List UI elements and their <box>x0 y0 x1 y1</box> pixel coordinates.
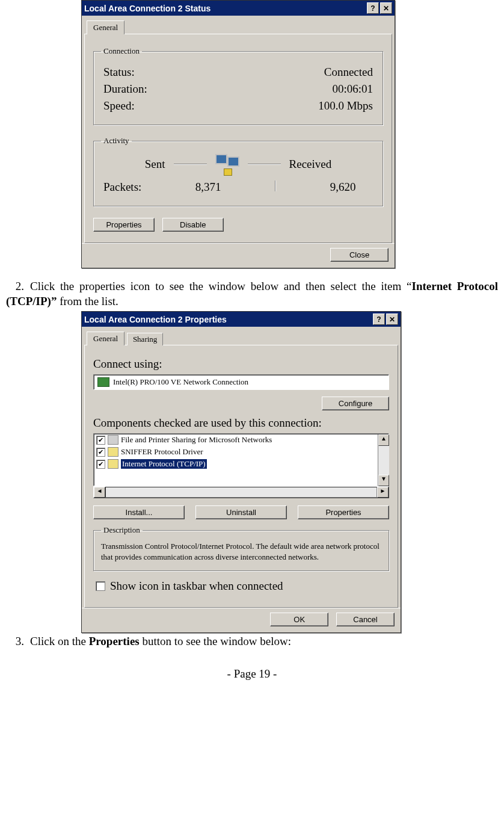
step3-text: 3.Click on the Properties button to see … <box>6 634 498 649</box>
service-icon <box>108 435 118 445</box>
divider-line <box>248 164 281 165</box>
status-tabs: General <box>87 19 395 34</box>
close-icon[interactable]: ✕ <box>386 314 398 325</box>
status-footer: Close <box>82 243 395 268</box>
help-button[interactable]: ? <box>373 314 385 325</box>
sent-label: Sent <box>145 158 165 171</box>
adapter-name: Intel(R) PRO/100 VE Network Connection <box>113 377 248 387</box>
speed-row: Speed: 100.0 Mbps <box>103 99 373 113</box>
show-icon-label: Show icon in taskbar when connected <box>110 579 283 593</box>
components-label: Components checked are used by this conn… <box>93 416 389 430</box>
step3-bold: Properties <box>89 635 140 647</box>
props-title: Local Area Connection 2 Properties <box>84 315 372 324</box>
packets-received-value: 9,620 <box>313 181 373 194</box>
status-titlebar: Local Area Connection 2 Status ? ✕ <box>82 1 395 16</box>
checkbox-icon[interactable] <box>96 448 105 457</box>
nic-icon <box>97 377 109 387</box>
properties-dialog: Local Area Connection 2 Properties ? ✕ G… <box>81 311 401 633</box>
close-icon[interactable]: ✕ <box>380 2 392 14</box>
components-list[interactable]: File and Printer Sharing for Microsoft N… <box>93 433 389 486</box>
scroll-down-icon[interactable]: ▼ <box>378 475 389 486</box>
status-tab-pane: Connection Status: Connected Duration: 0… <box>84 34 392 243</box>
disable-button[interactable]: Disable <box>162 218 224 232</box>
status-row: Status: Connected <box>103 66 373 79</box>
status-dialog: Local Area Connection 2 Status ? ✕ Gener… <box>81 0 395 268</box>
tab-sharing[interactable]: Sharing <box>127 333 163 345</box>
step2-num: 2. <box>6 279 24 294</box>
uninstall-button[interactable]: Uninstall <box>195 505 287 519</box>
tab-general[interactable]: General <box>87 332 124 345</box>
horizontal-scrollbar[interactable]: ◄ ► <box>93 486 389 498</box>
props-tabs: General Sharing <box>87 330 401 345</box>
duration-row: Duration: 00:06:01 <box>103 82 373 96</box>
cancel-button[interactable]: Cancel <box>336 613 395 626</box>
duration-value: 00:06:01 <box>332 82 373 96</box>
packets-sent-value: 8,371 <box>178 181 238 194</box>
list-item-label: Internet Protocol (TCP/IP) <box>121 459 207 469</box>
speed-label: Speed: <box>103 99 135 113</box>
step3-num: 3. <box>6 634 24 649</box>
step2-b: from the list. <box>57 295 118 307</box>
vertical-scrollbar[interactable]: ▲ ▼ <box>378 434 389 486</box>
scroll-up-icon[interactable]: ▲ <box>378 434 389 446</box>
install-button[interactable]: Install... <box>93 505 185 519</box>
show-icon-checkbox[interactable] <box>96 581 105 591</box>
duration-label: Duration: <box>103 82 147 96</box>
close-button[interactable]: Close <box>330 248 389 262</box>
step3-b: button to see the window below: <box>140 635 291 647</box>
props-tab-pane: Connect using: Intel(R) PRO/100 VE Netwo… <box>84 345 398 608</box>
component-properties-button[interactable]: Properties <box>298 505 389 519</box>
step3-a: Click on the <box>30 635 89 647</box>
help-button[interactable]: ? <box>367 2 379 14</box>
scroll-right-icon[interactable]: ► <box>377 487 389 498</box>
list-item-label: SNIFFER Protocol Driver <box>121 447 203 457</box>
list-item-label: File and Printer Sharing for Microsoft N… <box>121 435 272 445</box>
protocol-icon <box>108 447 118 457</box>
component-buttons: Install... Uninstall Properties <box>93 505 389 519</box>
connect-using-label: Connect using: <box>93 357 389 371</box>
connection-group: Connection Status: Connected Duration: 0… <box>93 46 383 125</box>
description-legend: Description <box>101 525 143 535</box>
status-button-row: Properties Disable <box>93 217 383 232</box>
properties-button[interactable]: Properties <box>93 218 155 232</box>
list-item[interactable]: File and Printer Sharing for Microsoft N… <box>94 434 389 446</box>
divider-line <box>174 164 207 165</box>
activity-legend: Activity <box>101 136 132 146</box>
packets-label: Packets: <box>103 181 141 194</box>
packets-row: Packets: 8,371 9,620 <box>103 181 373 194</box>
show-icon-row[interactable]: Show icon in taskbar when connected <box>96 579 389 593</box>
tab-general[interactable]: General <box>87 20 124 34</box>
ok-button[interactable]: OK <box>270 613 328 626</box>
description-group: Description Transmission Control Protoco… <box>93 525 389 571</box>
protocol-icon <box>108 459 118 469</box>
vertical-divider <box>275 181 276 191</box>
configure-button[interactable]: Configure <box>322 397 389 410</box>
adapter-field: Intel(R) PRO/100 VE Network Connection <box>93 374 389 390</box>
list-item-selected[interactable]: Internet Protocol (TCP/IP) <box>94 458 389 470</box>
received-label: Received <box>289 158 332 171</box>
status-label: Status: <box>103 66 135 79</box>
checkbox-icon[interactable] <box>96 460 105 469</box>
scroll-left-icon[interactable]: ◄ <box>94 487 105 498</box>
connection-legend: Connection <box>101 46 142 56</box>
page-number: - Page 19 - <box>6 667 498 681</box>
props-titlebar: Local Area Connection 2 Properties ? ✕ <box>82 312 401 327</box>
step2-text: 2.Click the properties icon to see the w… <box>6 279 498 309</box>
status-title: Local Area Connection 2 Status <box>84 4 366 13</box>
list-item[interactable]: SNIFFER Protocol Driver <box>94 446 389 458</box>
status-value: Connected <box>324 66 373 79</box>
checkbox-icon[interactable] <box>96 436 105 445</box>
description-text: Transmission Control Protocol/Internet P… <box>101 541 381 562</box>
step2-a: Click the properties icon to see the win… <box>30 280 412 292</box>
speed-value: 100.0 Mbps <box>318 99 373 113</box>
network-activity-icon <box>215 154 239 175</box>
activity-row: Sent Received <box>101 154 375 175</box>
activity-group: Activity Sent Received Packets: 8,371 9,… <box>93 136 383 206</box>
props-footer: OK Cancel <box>82 608 401 632</box>
